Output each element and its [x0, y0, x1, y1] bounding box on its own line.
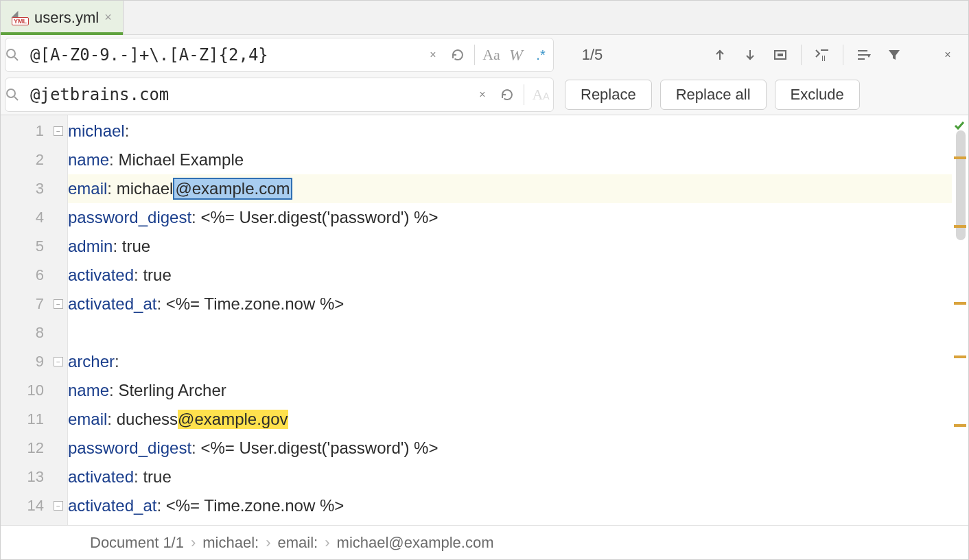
match-marker[interactable] [954, 424, 966, 427]
tab-filename: users.yml [34, 9, 99, 27]
replace-field-container: × AA [5, 78, 554, 112]
chevron-right-icon: › [266, 534, 270, 552]
match-marker[interactable] [954, 225, 966, 228]
fold-end-icon[interactable]: − [54, 299, 63, 309]
tab-bar: ◢YML users.yml × [1, 1, 968, 35]
breadcrumb-item[interactable]: michael: [202, 534, 259, 552]
find-input[interactable] [30, 45, 421, 65]
prev-match-icon[interactable] [706, 41, 734, 69]
svg-line-1 [14, 57, 18, 60]
replace-input[interactable] [30, 85, 470, 104]
svg-rect-7 [858, 54, 867, 56]
line-number: 14 [27, 497, 44, 515]
whole-words-toggle[interactable]: W [504, 46, 528, 65]
svg-rect-3 [778, 54, 783, 56]
match-marker[interactable] [954, 302, 966, 305]
breadcrumb-item[interactable]: email: [278, 534, 318, 552]
line-number: 2 [36, 151, 44, 169]
close-search-icon[interactable]: × [934, 41, 961, 69]
line-number: 10 [27, 382, 44, 399]
breadcrumbs-bar: Document 1/1 › michael: › email: › micha… [1, 525, 968, 559]
scrollbar-thumb[interactable] [956, 130, 966, 240]
regex-toggle[interactable]: .* [528, 47, 553, 63]
line-number-gutter: 1− 2 3 4 5 6 7− 8 9− 10 11 12 13 14− [1, 115, 68, 525]
filter-icon[interactable] [880, 41, 908, 69]
multiline-toggle-icon[interactable]: II [808, 41, 836, 69]
file-tab[interactable]: ◢YML users.yml × [1, 0, 124, 34]
search-icon [5, 48, 30, 62]
search-settings-icon[interactable] [850, 41, 878, 69]
chevron-right-icon: › [191, 534, 196, 552]
line-number: 9 [36, 353, 44, 371]
breadcrumb-item[interactable]: michael@example.com [337, 534, 494, 552]
fold-icon[interactable]: − [54, 126, 63, 136]
svg-point-10 [7, 89, 15, 97]
line-number: 5 [36, 237, 44, 255]
replace-all-button[interactable]: Replace all [660, 80, 767, 110]
svg-rect-4 [821, 49, 828, 51]
svg-line-11 [14, 97, 18, 100]
svg-marker-9 [867, 54, 871, 58]
breadcrumb-doc[interactable]: Document 1/1 [90, 534, 184, 552]
search-current-match: @example.com [173, 178, 292, 200]
svg-rect-6 [858, 50, 867, 51]
match-marker[interactable] [954, 355, 966, 358]
line-number: 6 [36, 266, 44, 284]
fold-icon[interactable]: − [54, 357, 63, 366]
select-all-occurrences-icon[interactable] [767, 41, 794, 69]
svg-point-0 [7, 49, 15, 58]
clear-replace-icon[interactable]: × [470, 82, 495, 107]
error-stripe[interactable] [952, 115, 968, 525]
line-number: 12 [27, 439, 44, 457]
fold-end-icon[interactable]: − [54, 501, 63, 511]
clear-find-icon[interactable]: × [421, 43, 445, 67]
find-history-icon[interactable] [445, 43, 470, 67]
replace-button[interactable]: Replace [565, 80, 652, 110]
replace-icon [5, 88, 30, 102]
search-match-highlight: @example.gov [178, 410, 288, 429]
svg-rect-8 [858, 58, 865, 60]
yaml-file-icon: ◢YML [12, 10, 29, 25]
match-marker[interactable] [954, 156, 966, 159]
match-case-toggle[interactable]: Aa [479, 46, 504, 64]
code-area[interactable]: michael: name: Michael Example email: mi… [68, 115, 952, 525]
replace-history-icon[interactable] [495, 82, 519, 107]
line-number: 8 [36, 324, 44, 342]
exclude-button[interactable]: Exclude [775, 80, 860, 110]
svg-text:II: II [821, 54, 826, 62]
line-number: 7 [36, 295, 44, 313]
find-field-container: × Aa W .* [5, 38, 554, 72]
chevron-right-icon: › [325, 534, 329, 552]
line-number: 4 [36, 209, 44, 226]
close-tab-icon[interactable]: × [104, 10, 112, 25]
line-number: 1 [36, 122, 44, 140]
match-counter: 1/5 [565, 46, 620, 64]
line-number: 11 [27, 410, 44, 428]
find-replace-panel: × Aa W .* 1/5 II × [1, 35, 968, 115]
current-line: email: michael@example.com [68, 174, 952, 203]
line-number: 3 [36, 180, 44, 198]
preserve-case-toggle[interactable]: AA [528, 86, 553, 104]
editor[interactable]: 1− 2 3 4 5 6 7− 8 9− 10 11 12 13 14− mic… [1, 115, 968, 525]
line-number: 13 [27, 468, 44, 486]
next-match-icon[interactable] [736, 41, 764, 69]
